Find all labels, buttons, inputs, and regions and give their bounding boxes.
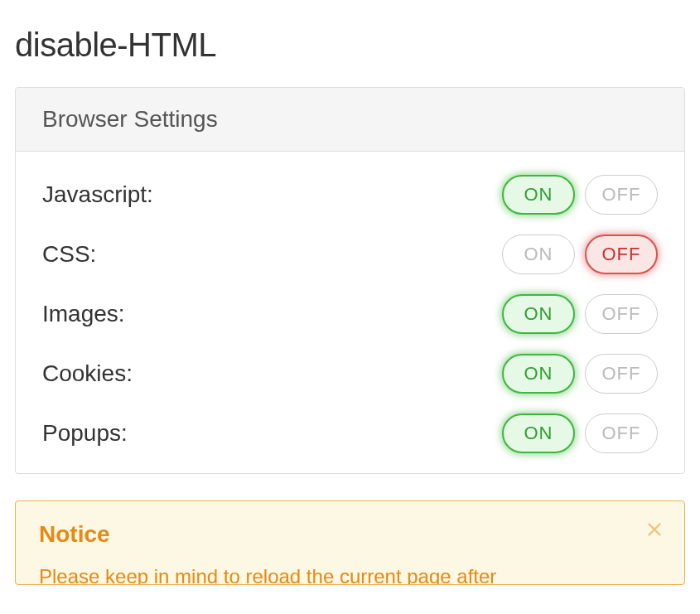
- close-icon[interactable]: [643, 518, 666, 544]
- setting-row-cookies: Cookies: ON OFF: [42, 354, 658, 394]
- setting-label-cookies: Cookies:: [42, 360, 133, 387]
- notice-panel: Notice Please keep in mind to reload the…: [15, 500, 685, 585]
- setting-row-popups: Popups: ON OFF: [42, 413, 658, 453]
- css-off-button[interactable]: OFF: [585, 234, 658, 274]
- setting-row-css: CSS: ON OFF: [42, 234, 658, 274]
- toggle-group-popups: ON OFF: [502, 413, 658, 453]
- popups-on-button[interactable]: ON: [502, 413, 575, 453]
- panel-header: Browser Settings: [16, 88, 684, 152]
- setting-label-popups: Popups:: [42, 420, 128, 447]
- toggle-group-css: ON OFF: [502, 234, 658, 274]
- browser-settings-panel: Browser Settings Javascript: ON OFF CSS:…: [15, 87, 685, 474]
- css-on-button[interactable]: ON: [502, 234, 575, 274]
- setting-row-images: Images: ON OFF: [42, 294, 658, 334]
- javascript-off-button[interactable]: OFF: [585, 175, 658, 215]
- notice-title: Notice: [39, 521, 661, 548]
- panel-body: Javascript: ON OFF CSS: ON OFF Images: O…: [16, 152, 684, 473]
- notice-text: Please keep in mind to reload the curren…: [39, 563, 661, 585]
- images-off-button[interactable]: OFF: [585, 294, 658, 334]
- cookies-off-button[interactable]: OFF: [585, 354, 658, 394]
- page-title: disable-HTML: [15, 27, 685, 64]
- setting-label-javascript: Javascript:: [42, 181, 153, 208]
- setting-label-images: Images:: [42, 301, 125, 327]
- cookies-on-button[interactable]: ON: [502, 354, 575, 394]
- toggle-group-images: ON OFF: [502, 294, 658, 334]
- setting-row-javascript: Javascript: ON OFF: [42, 175, 658, 215]
- images-on-button[interactable]: ON: [502, 294, 575, 334]
- toggle-group-javascript: ON OFF: [502, 175, 658, 215]
- javascript-on-button[interactable]: ON: [502, 175, 575, 215]
- popups-off-button[interactable]: OFF: [585, 413, 658, 453]
- toggle-group-cookies: ON OFF: [502, 354, 658, 394]
- setting-label-css: CSS:: [42, 241, 96, 268]
